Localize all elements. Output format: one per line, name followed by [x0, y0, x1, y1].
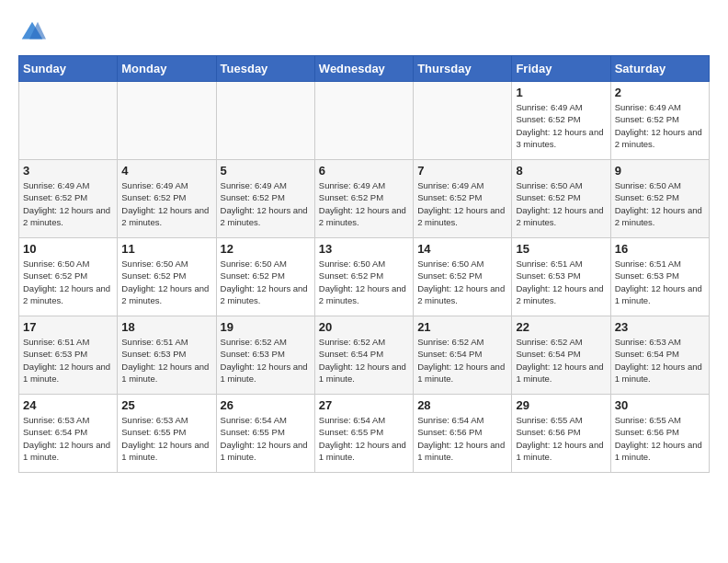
calendar-week-row: 24Sunrise: 6:53 AM Sunset: 6:54 PM Dayli…	[19, 395, 710, 473]
calendar-day-cell: 15Sunrise: 6:51 AM Sunset: 6:53 PM Dayli…	[512, 238, 610, 316]
day-number: 21	[417, 320, 507, 334]
day-number: 2	[615, 86, 705, 99]
day-info: Sunrise: 6:51 AM Sunset: 6:53 PM Dayligh…	[121, 336, 211, 385]
calendar-day-header: Wednesday	[314, 56, 413, 82]
day-number: 14	[417, 242, 507, 256]
day-info: Sunrise: 6:52 AM Sunset: 6:54 PM Dayligh…	[417, 336, 507, 385]
day-info: Sunrise: 6:55 AM Sunset: 6:56 PM Dayligh…	[516, 414, 606, 463]
calendar-day-cell: 12Sunrise: 6:50 AM Sunset: 6:52 PM Dayli…	[216, 238, 314, 316]
day-number: 9	[615, 164, 705, 178]
day-info: Sunrise: 6:51 AM Sunset: 6:53 PM Dayligh…	[615, 258, 705, 306]
day-number: 30	[615, 398, 705, 412]
day-number: 24	[23, 398, 113, 412]
calendar-day-cell: 7Sunrise: 6:49 AM Sunset: 6:52 PM Daylig…	[414, 160, 512, 238]
day-info: Sunrise: 6:54 AM Sunset: 6:56 PM Dayligh…	[417, 414, 507, 463]
day-info: Sunrise: 6:52 AM Sunset: 6:54 PM Dayligh…	[319, 336, 409, 385]
day-info: Sunrise: 6:52 AM Sunset: 6:54 PM Dayligh…	[516, 336, 606, 385]
calendar-week-row: 10Sunrise: 6:50 AM Sunset: 6:52 PM Dayli…	[19, 238, 710, 316]
day-info: Sunrise: 6:49 AM Sunset: 6:52 PM Dayligh…	[23, 179, 113, 228]
day-info: Sunrise: 6:50 AM Sunset: 6:52 PM Dayligh…	[417, 258, 507, 306]
day-number: 12	[221, 242, 311, 256]
calendar-day-cell: 1Sunrise: 6:49 AM Sunset: 6:52 PM Daylig…	[512, 82, 610, 160]
calendar-header-row: SundayMondayTuesdayWednesdayThursdayFrid…	[19, 56, 710, 82]
calendar-day-cell	[216, 82, 314, 160]
day-info: Sunrise: 6:54 AM Sunset: 6:55 PM Dayligh…	[319, 414, 409, 463]
calendar-day-cell: 30Sunrise: 6:55 AM Sunset: 6:56 PM Dayli…	[610, 395, 709, 473]
calendar-day-cell	[19, 82, 118, 160]
day-info: Sunrise: 6:52 AM Sunset: 6:53 PM Dayligh…	[221, 336, 311, 385]
day-info: Sunrise: 6:49 AM Sunset: 6:52 PM Dayligh…	[319, 179, 409, 228]
calendar-day-cell: 5Sunrise: 6:49 AM Sunset: 6:52 PM Daylig…	[216, 160, 314, 238]
day-info: Sunrise: 6:55 AM Sunset: 6:56 PM Dayligh…	[615, 414, 705, 463]
day-info: Sunrise: 6:50 AM Sunset: 6:52 PM Dayligh…	[516, 179, 606, 228]
day-number: 8	[516, 164, 606, 178]
calendar-day-cell: 20Sunrise: 6:52 AM Sunset: 6:54 PM Dayli…	[314, 316, 413, 395]
calendar-day-cell: 23Sunrise: 6:53 AM Sunset: 6:54 PM Dayli…	[610, 316, 709, 395]
day-number: 18	[121, 320, 211, 334]
day-info: Sunrise: 6:49 AM Sunset: 6:52 PM Dayligh…	[615, 101, 705, 150]
calendar-day-cell: 14Sunrise: 6:50 AM Sunset: 6:52 PM Dayli…	[414, 238, 512, 316]
calendar-day-cell: 3Sunrise: 6:49 AM Sunset: 6:52 PM Daylig…	[19, 160, 118, 238]
day-number: 28	[417, 398, 507, 412]
day-number: 23	[615, 320, 705, 334]
calendar-day-cell: 4Sunrise: 6:49 AM Sunset: 6:52 PM Daylig…	[118, 160, 216, 238]
day-number: 22	[516, 320, 606, 334]
calendar-day-cell: 17Sunrise: 6:51 AM Sunset: 6:53 PM Dayli…	[19, 316, 118, 395]
calendar-day-header: Saturday	[610, 56, 709, 82]
day-info: Sunrise: 6:50 AM Sunset: 6:52 PM Dayligh…	[121, 258, 211, 306]
calendar-day-cell: 24Sunrise: 6:53 AM Sunset: 6:54 PM Dayli…	[19, 395, 118, 473]
day-number: 26	[221, 398, 311, 412]
day-number: 7	[417, 164, 507, 178]
day-number: 6	[319, 164, 409, 178]
day-number: 29	[516, 398, 606, 412]
day-info: Sunrise: 6:49 AM Sunset: 6:52 PM Dayligh…	[121, 179, 211, 228]
day-number: 11	[121, 242, 211, 256]
day-info: Sunrise: 6:53 AM Sunset: 6:54 PM Dayligh…	[23, 414, 113, 463]
calendar-day-header: Tuesday	[216, 56, 314, 82]
calendar-day-cell: 25Sunrise: 6:53 AM Sunset: 6:55 PM Dayli…	[118, 395, 216, 473]
calendar-week-row: 17Sunrise: 6:51 AM Sunset: 6:53 PM Dayli…	[19, 316, 710, 395]
day-number: 1	[516, 86, 606, 99]
calendar-day-header: Sunday	[19, 56, 118, 82]
logo	[18, 18, 50, 46]
day-number: 25	[121, 398, 211, 412]
day-info: Sunrise: 6:50 AM Sunset: 6:52 PM Dayligh…	[615, 179, 705, 228]
logo-icon	[18, 18, 46, 46]
calendar-day-cell	[414, 82, 512, 160]
day-info: Sunrise: 6:49 AM Sunset: 6:52 PM Dayligh…	[417, 179, 507, 228]
calendar-day-cell: 2Sunrise: 6:49 AM Sunset: 6:52 PM Daylig…	[610, 82, 709, 160]
day-number: 27	[319, 398, 409, 412]
calendar-day-cell: 9Sunrise: 6:50 AM Sunset: 6:52 PM Daylig…	[610, 160, 709, 238]
calendar-day-cell: 21Sunrise: 6:52 AM Sunset: 6:54 PM Dayli…	[414, 316, 512, 395]
calendar-day-cell: 18Sunrise: 6:51 AM Sunset: 6:53 PM Dayli…	[118, 316, 216, 395]
calendar-day-cell: 8Sunrise: 6:50 AM Sunset: 6:52 PM Daylig…	[512, 160, 610, 238]
day-number: 15	[516, 242, 606, 256]
calendar-day-header: Thursday	[414, 56, 512, 82]
page-header	[18, 18, 710, 46]
calendar-table: SundayMondayTuesdayWednesdayThursdayFrid…	[18, 55, 710, 473]
calendar-day-cell: 16Sunrise: 6:51 AM Sunset: 6:53 PM Dayli…	[610, 238, 709, 316]
calendar-day-cell: 19Sunrise: 6:52 AM Sunset: 6:53 PM Dayli…	[216, 316, 314, 395]
day-info: Sunrise: 6:49 AM Sunset: 6:52 PM Dayligh…	[221, 179, 311, 228]
calendar-day-cell: 10Sunrise: 6:50 AM Sunset: 6:52 PM Dayli…	[19, 238, 118, 316]
day-info: Sunrise: 6:53 AM Sunset: 6:54 PM Dayligh…	[615, 336, 705, 385]
day-number: 17	[23, 320, 113, 334]
day-info: Sunrise: 6:50 AM Sunset: 6:52 PM Dayligh…	[319, 258, 409, 306]
day-info: Sunrise: 6:51 AM Sunset: 6:53 PM Dayligh…	[516, 258, 606, 306]
calendar-day-cell: 26Sunrise: 6:54 AM Sunset: 6:55 PM Dayli…	[216, 395, 314, 473]
calendar-day-cell: 22Sunrise: 6:52 AM Sunset: 6:54 PM Dayli…	[512, 316, 610, 395]
calendar-day-cell: 28Sunrise: 6:54 AM Sunset: 6:56 PM Dayli…	[414, 395, 512, 473]
day-number: 16	[615, 242, 705, 256]
day-number: 3	[23, 164, 113, 178]
day-number: 13	[319, 242, 409, 256]
calendar-day-cell: 29Sunrise: 6:55 AM Sunset: 6:56 PM Dayli…	[512, 395, 610, 473]
calendar-week-row: 3Sunrise: 6:49 AM Sunset: 6:52 PM Daylig…	[19, 160, 710, 238]
calendar-day-cell: 13Sunrise: 6:50 AM Sunset: 6:52 PM Dayli…	[314, 238, 413, 316]
calendar-day-cell	[314, 82, 413, 160]
day-info: Sunrise: 6:51 AM Sunset: 6:53 PM Dayligh…	[23, 336, 113, 385]
calendar-day-cell: 27Sunrise: 6:54 AM Sunset: 6:55 PM Dayli…	[314, 395, 413, 473]
calendar-week-row: 1Sunrise: 6:49 AM Sunset: 6:52 PM Daylig…	[19, 82, 710, 160]
day-number: 20	[319, 320, 409, 334]
calendar-day-cell	[118, 82, 216, 160]
day-info: Sunrise: 6:50 AM Sunset: 6:52 PM Dayligh…	[23, 258, 113, 306]
